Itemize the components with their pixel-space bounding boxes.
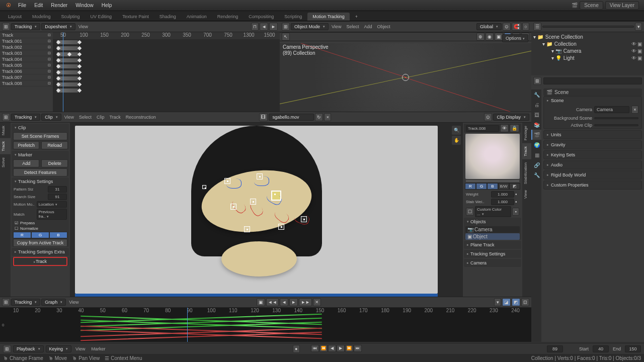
eye-icon[interactable]: 👁 [500,124,509,132]
lock-icon[interactable]: 🔒 [510,124,519,132]
menu-file[interactable]: File [14,1,30,10]
tracking-settings-section[interactable]: Tracking Settings [12,177,69,186]
active-track-name[interactable]: Track.008 [466,125,499,132]
clip-mode[interactable]: Tracking [11,114,40,121]
copy-from-active-button[interactable]: Copy from Active Track [13,239,67,247]
track-row[interactable]: Track⊡ [0,32,53,38]
vp-object-menu[interactable]: Object [375,24,392,29]
props-section-units[interactable]: Units [544,131,641,139]
outliner-search[interactable] [542,26,634,28]
gizmo-icon[interactable]: ⊕ [476,33,485,41]
clip-viewport[interactable]: 🔍 ✋ [70,123,463,297]
jump-end-icon[interactable]: ⏭ [354,345,362,352]
jump-start-icon[interactable]: ◄◄ [266,298,279,306]
add-marker-button[interactable]: Add [13,159,39,167]
workspace-tab-modeling[interactable]: Modeling [27,13,56,21]
delete-marker-button[interactable]: Delete [41,159,67,167]
track-marker-active[interactable] [272,191,281,200]
play-reverse-icon[interactable]: ◀ [328,345,336,352]
clip-tab-mask[interactable]: Mask [0,123,11,138]
selection-icon[interactable]: ▣ [257,298,265,306]
editor-type-icon[interactable]: ⊞ [533,77,541,85]
proportional-icon[interactable]: ○ [522,23,529,31]
outliner-root[interactable]: ▾ 📁 Scene Collection [533,33,642,40]
track-marker[interactable] [224,178,230,184]
dopesheet-mode[interactable]: Tracking [11,23,40,30]
editor-type-icon[interactable]: ⊞ [2,23,10,31]
props-tab-5[interactable]: 🌍 [531,140,541,150]
filter-icon[interactable]: ▾ [494,298,501,306]
keyframe-prev-icon[interactable]: ⏪ [319,345,328,352]
r-channel-button[interactable]: R [13,232,31,238]
track-row[interactable]: Track.002⊡ [0,44,53,50]
camera-field[interactable]: Camera [594,106,629,113]
jump-prev-icon[interactable]: ◄ [280,298,288,306]
workspace-tab-scripting[interactable]: Scripting [279,13,307,21]
active-clip-field[interactable] [594,124,638,126]
graph-submode[interactable]: Graph [41,299,66,306]
workspace-tab-rendering[interactable]: Rendering [212,13,244,21]
editor-type-icon[interactable]: ⊞ [282,23,290,31]
timeline-marker-menu[interactable]: Marker [89,346,107,351]
orientation-selector[interactable]: Global [476,23,502,30]
outliner-item[interactable]: ▾ 📁Collection👁▣ [533,40,642,47]
clip-rtab-stabilization[interactable]: Stabilization [522,159,531,187]
pivot-icon[interactable]: ⊙ [503,23,511,31]
cursor-tool-icon[interactable]: ↖ [282,33,290,41]
clip-rtab-footage[interactable]: Footage [522,123,531,143]
prepass-checkbox[interactable]: Prepass [12,220,69,226]
props-tab-2[interactable]: 🖼 [531,110,541,120]
arrow-left-icon[interactable]: ◄ [260,23,268,31]
dopesheet-view-menu[interactable]: View [76,24,90,29]
options-dropdown[interactable]: Options [502,34,528,42]
jump-next-icon[interactable]: ► [289,298,298,306]
outliner-item[interactable]: ▾ 💡Light👁▣ [533,54,642,61]
pivot-icon[interactable]: ⊙ [484,113,492,121]
workspace-tab-layout[interactable]: Layout [3,13,27,21]
workspace-tab-uv-editing[interactable]: UV Editing [86,13,117,21]
vp-select-menu[interactable]: Select [344,24,361,29]
editor-type-icon[interactable]: ⊞ [2,298,10,306]
marker-section[interactable]: Marker [12,151,69,159]
color-checkbox[interactable]: ☐ [466,208,474,216]
object-item[interactable]: Object [473,234,488,239]
motion-model-select[interactable]: Location [37,201,67,208]
match-select[interactable]: Previous fra.. [37,209,67,220]
search-size-field[interactable]: 91 [48,194,67,200]
pattern-size-field[interactable]: 31 [48,186,67,193]
snap-icon[interactable]: ⊓ [251,23,259,31]
bg-scene-field[interactable] [594,117,638,119]
props-tab-4[interactable]: 🎬 [531,130,541,140]
alpha-icon[interactable]: ◩ [509,183,520,190]
playback-menu[interactable]: Playback [13,345,44,352]
b-button[interactable]: B [487,183,498,190]
detect-features-button[interactable]: Detect Features [13,168,67,176]
workspace-tab-sculpting[interactable]: Sculpting [56,13,85,21]
track-row[interactable]: Track.008⊡ [0,80,53,86]
clip-filename[interactable]: sgabello.mov [269,114,314,121]
tracking-extra-section[interactable]: Tracking Settings Extra [12,248,69,256]
track-row[interactable]: Track.007⊡ [0,74,53,80]
track-marker[interactable] [230,204,236,210]
editor-type-icon[interactable]: ⊞ [2,113,10,121]
props-section-rigid-body-world[interactable]: Rigid Body World [544,171,641,179]
clear-icon[interactable]: ✕ [313,298,321,306]
props-section-audio[interactable]: Audio [544,161,641,169]
overlay-icon[interactable]: ◉ [486,33,494,41]
menu-render[interactable]: Render [47,1,71,10]
reload-icon[interactable]: ↻ [315,113,323,121]
pan-icon[interactable]: ✋ [452,136,461,145]
props-tab-7[interactable]: 🔗 [531,160,541,170]
workspace-tab-+[interactable]: + [350,13,363,21]
play-icon[interactable]: ▶ [337,345,345,352]
toggle-b-icon[interactable]: ◩ [512,298,520,306]
zoom-icon[interactable]: 🔍 [452,126,461,135]
track-slider[interactable] [466,180,519,182]
workspace-tab-motion-tracking[interactable]: Motion Tracking [307,13,350,21]
track-marker[interactable] [202,185,206,189]
outliner-item[interactable]: ▾ 📷Camera👁▣ [533,47,642,54]
reload-button[interactable]: Reload [41,141,67,149]
track-marker[interactable] [250,199,256,205]
scene-section[interactable]: Scene [544,97,641,105]
menu-edit[interactable]: Edit [30,1,47,10]
